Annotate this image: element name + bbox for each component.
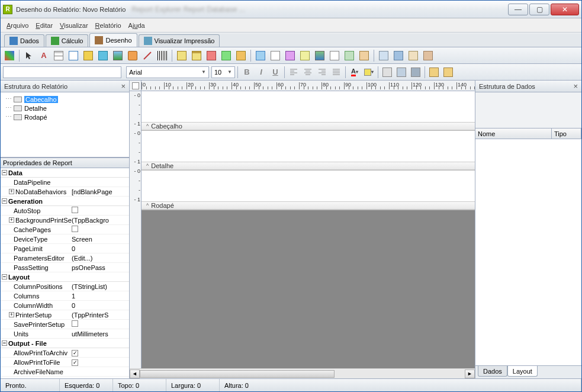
tool-barcode[interactable] bbox=[156, 49, 169, 62]
align-right-button[interactable] bbox=[316, 66, 329, 79]
tool-subreport[interactable] bbox=[269, 49, 282, 62]
band-rodape[interactable]: Rodapé bbox=[142, 171, 475, 210]
properties-grid[interactable]: −Data DataPipeline +NoDataBehaviors[ndBl… bbox=[1, 168, 129, 378]
column-nome[interactable]: Nome bbox=[475, 128, 552, 139]
scroll-right-button[interactable]: ► bbox=[465, 369, 475, 378]
window-title: Desenho do Relatório: Novo Relatório bbox=[16, 6, 126, 13]
menu-ajuda[interactable]: Ajuda bbox=[128, 22, 145, 29]
tool-variable[interactable] bbox=[97, 49, 110, 62]
vertical-ruler[interactable]: - 0--- 1- 0--- 1- 0--- 1 bbox=[130, 91, 142, 368]
extra1-button[interactable] bbox=[427, 66, 440, 79]
tree-panel-header: Estrutura do Relatório × bbox=[1, 81, 129, 92]
tool-palette[interactable] bbox=[3, 49, 16, 62]
tab-calculo[interactable]: Cálculo bbox=[46, 34, 89, 47]
chevron-down-icon: ▼ bbox=[227, 69, 232, 75]
allowfile-checkbox[interactable]: ✓ bbox=[72, 359, 78, 366]
align-center-button[interactable] bbox=[301, 66, 314, 79]
tool-checkbox[interactable] bbox=[328, 49, 341, 62]
tool-pointer[interactable] bbox=[22, 49, 36, 62]
menu-visualizar[interactable]: Visualizar bbox=[60, 22, 88, 29]
scroll-thumb[interactable] bbox=[140, 370, 335, 378]
preview-icon bbox=[144, 37, 152, 45]
tool-richtext[interactable] bbox=[67, 49, 80, 62]
italic-button[interactable]: I bbox=[255, 66, 268, 79]
background-app-title: Report Explorer Report Database ... bbox=[131, 5, 502, 14]
menu-relatorio[interactable]: Relatório bbox=[95, 22, 121, 29]
tool-memo[interactable] bbox=[52, 49, 65, 62]
tree-item-cabecalho[interactable]: ⋯Cabecalho bbox=[3, 95, 127, 104]
tool-2d[interactable] bbox=[358, 49, 371, 62]
report-tree[interactable]: ⋯Cabecalho ⋯Detalhe ⋯Rodapé bbox=[1, 92, 129, 158]
close-panel-icon[interactable]: × bbox=[573, 82, 578, 91]
band-cabecalho[interactable]: Cabeçalho bbox=[142, 91, 475, 131]
tree-item-detalhe[interactable]: ⋯Detalhe bbox=[3, 104, 127, 113]
tool-chart[interactable] bbox=[313, 49, 326, 62]
app-icon: R bbox=[3, 5, 12, 14]
calc-icon bbox=[51, 37, 59, 45]
data-icon bbox=[9, 37, 18, 45]
close-panel-icon[interactable]: × bbox=[121, 82, 126, 91]
font-name-select[interactable]: Arial▼ bbox=[126, 66, 209, 78]
column-tipo[interactable]: Tipo bbox=[552, 128, 581, 139]
anchors-button[interactable] bbox=[381, 66, 394, 79]
tool-ext1[interactable] bbox=[377, 49, 390, 62]
status-left: Esquerda: 0 bbox=[60, 379, 113, 391]
tool-teechart[interactable] bbox=[343, 49, 356, 62]
design-canvas[interactable]: Cabeçalho Detalhe Rodapé bbox=[142, 91, 475, 368]
underline-button[interactable]: U bbox=[269, 66, 282, 79]
tool-dbmemo[interactable] bbox=[190, 49, 203, 62]
menu-arquivo[interactable]: Arquivo bbox=[7, 22, 28, 29]
send-back-button[interactable] bbox=[409, 66, 422, 79]
bring-front-button[interactable] bbox=[395, 66, 408, 79]
highlight-button[interactable]: ▾ bbox=[362, 66, 375, 79]
tool-ext2[interactable] bbox=[392, 49, 405, 62]
object-name-input[interactable] bbox=[3, 66, 121, 78]
font-color-button[interactable]: A▾ bbox=[348, 66, 361, 79]
maximize-button[interactable]: ▢ bbox=[529, 4, 549, 15]
minimize-button[interactable]: — bbox=[508, 4, 528, 15]
tab-layout-bottom[interactable]: Layout bbox=[507, 366, 538, 377]
band-detalhe[interactable]: Detalhe bbox=[142, 131, 475, 171]
tool-image[interactable] bbox=[111, 49, 124, 62]
extra2-button[interactable] bbox=[442, 66, 455, 79]
tab-dados[interactable]: Dados bbox=[4, 34, 44, 47]
align-left-button[interactable] bbox=[287, 66, 300, 79]
tool-dbtext[interactable] bbox=[175, 49, 188, 62]
font-size-select[interactable]: 10▼ bbox=[211, 66, 235, 78]
tool-sysvar[interactable] bbox=[82, 49, 95, 62]
scroll-left-button[interactable]: ◄ bbox=[130, 369, 140, 378]
tool-label[interactable]: A bbox=[37, 49, 50, 62]
autostop-checkbox[interactable] bbox=[72, 207, 78, 213]
tool-crosstab[interactable] bbox=[298, 49, 311, 62]
menu-editar[interactable]: Editar bbox=[36, 22, 53, 29]
left-panel: Estrutura do Relatório × ⋯Cabecalho ⋯Det… bbox=[1, 81, 130, 378]
tool-region[interactable] bbox=[254, 49, 267, 62]
tab-dados-bottom[interactable]: Dados bbox=[478, 366, 507, 377]
horizontal-ruler[interactable]: 0102030405060708090100110120130140150 bbox=[142, 81, 475, 91]
tree-item-rodape[interactable]: ⋯Rodapé bbox=[3, 113, 127, 121]
bold-button[interactable]: B bbox=[240, 66, 253, 79]
svg-line-0 bbox=[144, 52, 151, 59]
tool-dbbarcode[interactable] bbox=[234, 49, 247, 62]
data-fields-grid[interactable]: Nome Tipo bbox=[475, 128, 581, 365]
tool-shape[interactable] bbox=[126, 49, 139, 62]
close-button[interactable]: ✕ bbox=[551, 4, 579, 15]
cachepages-checkbox[interactable] bbox=[72, 226, 78, 232]
titlebar: R Desenho do Relatório: Novo Relatório R… bbox=[1, 1, 581, 18]
design-icon bbox=[95, 36, 103, 44]
horizontal-scrollbar[interactable]: ◄ ► bbox=[130, 368, 475, 378]
tab-preview[interactable]: Visualizar Impressão bbox=[139, 34, 220, 47]
ruler-corner[interactable] bbox=[130, 81, 142, 91]
tool-ext4[interactable] bbox=[422, 49, 435, 62]
tool-line[interactable] bbox=[141, 49, 154, 62]
tool-dbimage[interactable] bbox=[220, 49, 233, 62]
format-toolbar: Arial▼ 10▼ B I U A▾ ▾ bbox=[1, 64, 581, 81]
tab-desenho[interactable]: Desenho bbox=[89, 33, 137, 47]
tool-dbcalc[interactable] bbox=[205, 49, 218, 62]
tool-pagebreak[interactable] bbox=[284, 49, 297, 62]
allowarchive-checkbox[interactable]: ✓ bbox=[72, 350, 78, 356]
saveprinter-checkbox[interactable] bbox=[72, 320, 78, 327]
align-justify-button[interactable] bbox=[330, 66, 343, 79]
tool-ext3[interactable] bbox=[407, 49, 420, 62]
view-tabs: Dados Cálculo Desenho Visualizar Impress… bbox=[1, 33, 581, 47]
